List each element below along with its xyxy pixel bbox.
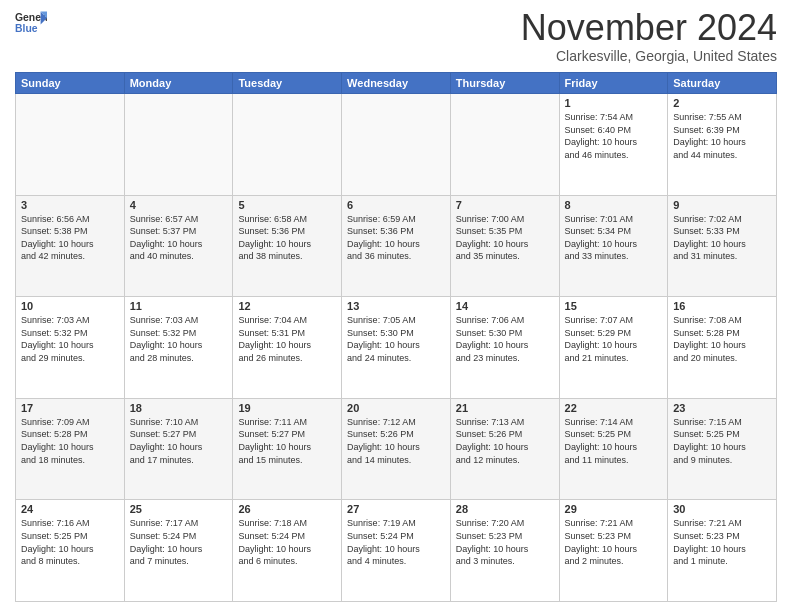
day-info: Sunrise: 7:05 AM Sunset: 5:30 PM Dayligh… [347,314,445,364]
day-number: 2 [673,97,771,109]
calendar-day-cell: 1Sunrise: 7:54 AM Sunset: 6:40 PM Daylig… [559,94,668,196]
day-number: 7 [456,199,554,211]
day-info: Sunrise: 7:55 AM Sunset: 6:39 PM Dayligh… [673,111,771,161]
weekday-header-tuesday: Tuesday [233,73,342,94]
day-info: Sunrise: 7:10 AM Sunset: 5:27 PM Dayligh… [130,416,228,466]
calendar-week-row: 24Sunrise: 7:16 AM Sunset: 5:25 PM Dayli… [16,500,777,602]
day-info: Sunrise: 7:03 AM Sunset: 5:32 PM Dayligh… [21,314,119,364]
calendar-day-cell: 28Sunrise: 7:20 AM Sunset: 5:23 PM Dayli… [450,500,559,602]
calendar-day-cell: 7Sunrise: 7:00 AM Sunset: 5:35 PM Daylig… [450,195,559,297]
day-info: Sunrise: 6:59 AM Sunset: 5:36 PM Dayligh… [347,213,445,263]
day-number: 19 [238,402,336,414]
day-info: Sunrise: 7:00 AM Sunset: 5:35 PM Dayligh… [456,213,554,263]
day-number: 12 [238,300,336,312]
day-info: Sunrise: 7:18 AM Sunset: 5:24 PM Dayligh… [238,517,336,567]
page-header: General Blue November 2024 Clarkesville,… [15,10,777,64]
calendar-day-cell [450,94,559,196]
day-info: Sunrise: 7:16 AM Sunset: 5:25 PM Dayligh… [21,517,119,567]
day-info: Sunrise: 6:57 AM Sunset: 5:37 PM Dayligh… [130,213,228,263]
day-number: 22 [565,402,663,414]
day-info: Sunrise: 7:06 AM Sunset: 5:30 PM Dayligh… [456,314,554,364]
calendar-day-cell: 15Sunrise: 7:07 AM Sunset: 5:29 PM Dayli… [559,297,668,399]
title-block: November 2024 Clarkesville, Georgia, Uni… [521,10,777,64]
calendar-day-cell: 12Sunrise: 7:04 AM Sunset: 5:31 PM Dayli… [233,297,342,399]
calendar-day-cell: 30Sunrise: 7:21 AM Sunset: 5:23 PM Dayli… [668,500,777,602]
day-info: Sunrise: 7:11 AM Sunset: 5:27 PM Dayligh… [238,416,336,466]
location: Clarkesville, Georgia, United States [521,48,777,64]
day-number: 11 [130,300,228,312]
weekday-header-friday: Friday [559,73,668,94]
day-info: Sunrise: 7:19 AM Sunset: 5:24 PM Dayligh… [347,517,445,567]
day-info: Sunrise: 7:21 AM Sunset: 5:23 PM Dayligh… [673,517,771,567]
month-title: November 2024 [521,10,777,46]
calendar-day-cell: 26Sunrise: 7:18 AM Sunset: 5:24 PM Dayli… [233,500,342,602]
calendar-day-cell [124,94,233,196]
calendar-day-cell: 17Sunrise: 7:09 AM Sunset: 5:28 PM Dayli… [16,398,125,500]
weekday-header-sunday: Sunday [16,73,125,94]
day-info: Sunrise: 7:21 AM Sunset: 5:23 PM Dayligh… [565,517,663,567]
day-number: 20 [347,402,445,414]
calendar-week-row: 3Sunrise: 6:56 AM Sunset: 5:38 PM Daylig… [16,195,777,297]
day-info: Sunrise: 7:02 AM Sunset: 5:33 PM Dayligh… [673,213,771,263]
day-number: 26 [238,503,336,515]
day-info: Sunrise: 7:14 AM Sunset: 5:25 PM Dayligh… [565,416,663,466]
day-number: 6 [347,199,445,211]
day-number: 27 [347,503,445,515]
day-info: Sunrise: 7:12 AM Sunset: 5:26 PM Dayligh… [347,416,445,466]
calendar-week-row: 17Sunrise: 7:09 AM Sunset: 5:28 PM Dayli… [16,398,777,500]
day-info: Sunrise: 7:04 AM Sunset: 5:31 PM Dayligh… [238,314,336,364]
day-number: 9 [673,199,771,211]
calendar-day-cell: 8Sunrise: 7:01 AM Sunset: 5:34 PM Daylig… [559,195,668,297]
calendar-day-cell: 20Sunrise: 7:12 AM Sunset: 5:26 PM Dayli… [342,398,451,500]
calendar-day-cell: 2Sunrise: 7:55 AM Sunset: 6:39 PM Daylig… [668,94,777,196]
day-number: 29 [565,503,663,515]
calendar-day-cell: 18Sunrise: 7:10 AM Sunset: 5:27 PM Dayli… [124,398,233,500]
day-info: Sunrise: 7:17 AM Sunset: 5:24 PM Dayligh… [130,517,228,567]
calendar-week-row: 1Sunrise: 7:54 AM Sunset: 6:40 PM Daylig… [16,94,777,196]
logo-icon: General Blue [15,10,47,38]
day-number: 4 [130,199,228,211]
day-number: 10 [21,300,119,312]
day-info: Sunrise: 7:03 AM Sunset: 5:32 PM Dayligh… [130,314,228,364]
day-number: 15 [565,300,663,312]
day-number: 25 [130,503,228,515]
day-number: 16 [673,300,771,312]
calendar-day-cell: 5Sunrise: 6:58 AM Sunset: 5:36 PM Daylig… [233,195,342,297]
day-number: 3 [21,199,119,211]
calendar-day-cell: 3Sunrise: 6:56 AM Sunset: 5:38 PM Daylig… [16,195,125,297]
day-info: Sunrise: 7:20 AM Sunset: 5:23 PM Dayligh… [456,517,554,567]
day-number: 1 [565,97,663,109]
day-number: 30 [673,503,771,515]
calendar-week-row: 10Sunrise: 7:03 AM Sunset: 5:32 PM Dayli… [16,297,777,399]
day-info: Sunrise: 7:13 AM Sunset: 5:26 PM Dayligh… [456,416,554,466]
weekday-header-wednesday: Wednesday [342,73,451,94]
logo: General Blue [15,10,47,38]
weekday-header-monday: Monday [124,73,233,94]
calendar-day-cell: 10Sunrise: 7:03 AM Sunset: 5:32 PM Dayli… [16,297,125,399]
calendar-day-cell: 16Sunrise: 7:08 AM Sunset: 5:28 PM Dayli… [668,297,777,399]
calendar-day-cell: 13Sunrise: 7:05 AM Sunset: 5:30 PM Dayli… [342,297,451,399]
page-container: General Blue November 2024 Clarkesville,… [0,0,792,612]
day-info: Sunrise: 7:08 AM Sunset: 5:28 PM Dayligh… [673,314,771,364]
calendar-day-cell: 14Sunrise: 7:06 AM Sunset: 5:30 PM Dayli… [450,297,559,399]
calendar-day-cell: 27Sunrise: 7:19 AM Sunset: 5:24 PM Dayli… [342,500,451,602]
day-number: 23 [673,402,771,414]
weekday-header-saturday: Saturday [668,73,777,94]
day-number: 18 [130,402,228,414]
calendar-day-cell: 29Sunrise: 7:21 AM Sunset: 5:23 PM Dayli… [559,500,668,602]
weekday-header-thursday: Thursday [450,73,559,94]
calendar-day-cell [233,94,342,196]
calendar-header-row: SundayMondayTuesdayWednesdayThursdayFrid… [16,73,777,94]
day-number: 14 [456,300,554,312]
day-number: 8 [565,199,663,211]
calendar-day-cell: 19Sunrise: 7:11 AM Sunset: 5:27 PM Dayli… [233,398,342,500]
day-number: 5 [238,199,336,211]
day-info: Sunrise: 7:54 AM Sunset: 6:40 PM Dayligh… [565,111,663,161]
day-info: Sunrise: 7:09 AM Sunset: 5:28 PM Dayligh… [21,416,119,466]
calendar-day-cell: 6Sunrise: 6:59 AM Sunset: 5:36 PM Daylig… [342,195,451,297]
day-number: 28 [456,503,554,515]
calendar-day-cell: 25Sunrise: 7:17 AM Sunset: 5:24 PM Dayli… [124,500,233,602]
calendar-day-cell [16,94,125,196]
day-number: 24 [21,503,119,515]
calendar-day-cell: 4Sunrise: 6:57 AM Sunset: 5:37 PM Daylig… [124,195,233,297]
